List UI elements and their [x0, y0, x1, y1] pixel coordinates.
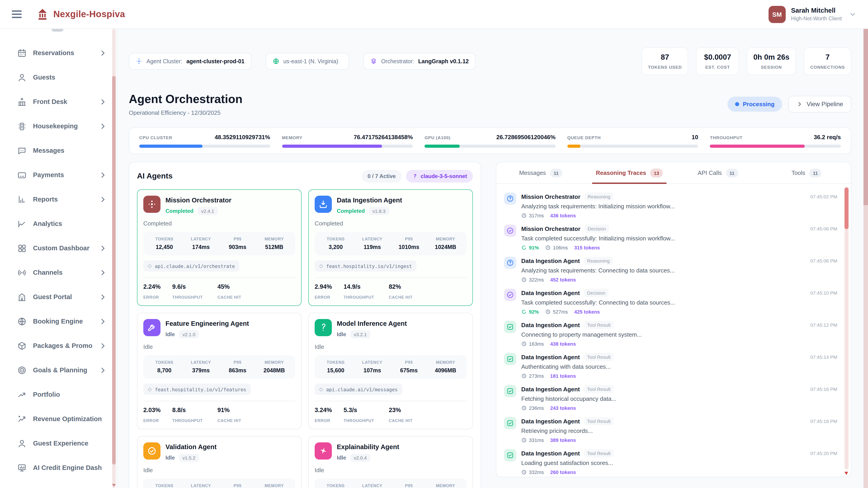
- chevron-right-icon: [98, 195, 107, 204]
- sidebar-item-goals-planning[interactable]: Goals & Planning: [0, 358, 117, 382]
- question-circle-icon: [504, 193, 516, 205]
- metric-gpu: GPU (A100)26.72869506120046%: [425, 134, 555, 148]
- sidebar-item-guests[interactable]: Guests: [0, 65, 117, 90]
- divider: [315, 278, 467, 278]
- trace-type-badge: Tool Result: [584, 385, 614, 393]
- traces-scrollbar-arrow-icon[interactable]: [844, 472, 848, 475]
- window-scrollbar-thumb[interactable]: [864, 29, 868, 205]
- sidebar-item-payments[interactable]: Payments: [0, 163, 117, 187]
- traces-tabs: Messages 11 Reasoning Traces 13 API Call…: [496, 162, 851, 184]
- sidebar-item-reservations[interactable]: Reservations: [0, 41, 117, 65]
- version-badge: v1.5.2: [179, 454, 199, 462]
- sidebar-scrollbar-thumb[interactable]: [112, 76, 116, 464]
- trace-timestamp: 07:45:16 PM: [810, 386, 837, 392]
- clock-icon: [545, 309, 551, 315]
- trace-message: Task completed successfully: Connecting …: [521, 299, 837, 306]
- trace-message: Analyzing task requirements: Initializin…: [521, 203, 837, 210]
- tab-api-calls[interactable]: API Calls 11: [674, 162, 762, 184]
- clock-icon: [545, 245, 551, 250]
- bank-logo-icon: [36, 8, 49, 21]
- view-pipeline-button[interactable]: View Pipeline: [788, 96, 851, 112]
- traces-scrollbar-thumb[interactable]: [844, 188, 848, 229]
- sidebar-item-messages[interactable]: Messages: [0, 138, 117, 163]
- agent-state-text: Completed: [143, 220, 295, 227]
- status-badge[interactable]: Processing: [727, 97, 782, 111]
- agent-card-mission-orchestrator[interactable]: Mission Orchestrator Completed v2.4.1 Co…: [137, 189, 302, 306]
- endpoint-badge: ◇feast.hospitality.io/v1/ingest: [315, 260, 416, 271]
- gauge-icon: [521, 245, 527, 250]
- sidebar-item-guest-experience[interactable]: Guest Experience: [0, 431, 117, 455]
- sidebar-item-booking-engine[interactable]: Booking Engine: [0, 309, 117, 333]
- tab-messages[interactable]: Messages 11: [496, 162, 585, 184]
- cluster-metrics-bar: CPU CLUSTER48.3529110929731% MEMORY76.47…: [129, 127, 851, 154]
- tab-tools[interactable]: Tools 11: [762, 162, 851, 184]
- sidebar-item-ai-credit-engine-dashboard[interactable]: AI Credit Engine Dash: [0, 455, 117, 480]
- context-row: Agent Cluster: agent-cluster-prod-01 us-…: [129, 47, 851, 75]
- package-icon: [17, 341, 27, 350]
- sidebar-item-reports[interactable]: Reports: [0, 187, 117, 212]
- hamburger-menu-icon[interactable]: [12, 10, 22, 18]
- check-circle-icon: [143, 442, 160, 459]
- trace-entry: Data Ingestion AgentDecision07:45:10 PM …: [504, 286, 837, 318]
- sidebar-item-custom-dashboards[interactable]: Custom Dashboar: [0, 236, 117, 260]
- agent-card-model-inference[interactable]: Model Inference Agent Idle v3.2.1 Idle T…: [308, 313, 473, 429]
- app-window: Nexgile-Hospiva SM Sarah Mitchell High-N…: [0, 0, 868, 488]
- title-row: Agent Orchestration Operational Efficien…: [129, 92, 851, 116]
- sidebar-item-analytics[interactable]: Analytics: [0, 212, 117, 236]
- diamond-icon: ◇: [148, 263, 152, 269]
- agent-stats: TOKENS LATENCY P95 MEMORY: [143, 479, 295, 488]
- globe-icon: [272, 58, 279, 65]
- download-icon: [315, 196, 332, 213]
- diamond-icon: ◇: [148, 386, 152, 392]
- session-stats: 87 TOKENS USED $0.0007 EST. COST 0h 0m 2…: [642, 47, 851, 75]
- sidebar-scrollbar[interactable]: [112, 29, 116, 488]
- traces-scrollbar[interactable]: [844, 187, 848, 469]
- sidebar-item-packages-promotions[interactable]: Packages & Promo: [0, 333, 117, 358]
- chevron-right-icon: [797, 101, 802, 107]
- window-scrollbar[interactable]: [864, 29, 868, 488]
- model-badge[interactable]: claude-3-5-sonnet: [406, 170, 473, 183]
- main-content: Agent Cluster: agent-cluster-prod-01 us-…: [118, 29, 868, 488]
- metric-memory: MEMORY76.47175264138458%: [282, 134, 413, 148]
- sidebar-scrollbar-arrow-icon[interactable]: [112, 484, 116, 487]
- check-square-icon: [504, 417, 516, 429]
- diamond-icon: ◇: [319, 263, 323, 269]
- check-circle-icon: [504, 289, 516, 301]
- sidebar-item-revenue-optimization[interactable]: Revenue Optimization: [0, 407, 117, 431]
- version-badge: v2.0.4: [350, 454, 370, 462]
- question-circle-icon: [504, 257, 516, 269]
- monitor-chart-icon: [17, 463, 27, 473]
- tab-count-badge: 13: [650, 168, 663, 177]
- throughput-progress-track: [710, 144, 841, 148]
- sidebar-item-front-desk[interactable]: Front Desk: [0, 90, 117, 114]
- user-role: High-Net-Worth Client: [791, 15, 842, 22]
- trace-timestamp: 07:45:06 PM: [810, 258, 837, 263]
- sidebar-item-portfolio[interactable]: Portfolio: [0, 382, 117, 407]
- agent-card-explainability[interactable]: Explainability Agent Idle v2.0.4 Idle TO…: [308, 436, 473, 488]
- trace-timestamp: 07:45:12 PM: [810, 322, 837, 328]
- user-menu[interactable]: SM Sarah Mitchell High-Net-Worth Client: [768, 6, 856, 23]
- chevron-right-icon: [98, 243, 107, 253]
- memory-progress-track: [282, 144, 413, 148]
- agent-card-validation[interactable]: Validation Agent Idle v1.5.2 Idle TOKENS…: [137, 436, 302, 488]
- clock-icon: [521, 373, 527, 379]
- calendar-icon: [17, 48, 27, 58]
- version-badge: v3.2.1: [350, 330, 370, 338]
- tab-reasoning-traces[interactable]: Reasoning Traces 13: [585, 162, 674, 184]
- token-count: 243 tokens: [550, 405, 576, 411]
- clock-icon: [521, 437, 527, 443]
- agent-stats: TOKENS LATENCY P95 MEMORY: [315, 479, 467, 488]
- agent-card-data-ingestion[interactable]: Data Ingestion Agent Completed v1.8.3 Co…: [308, 189, 473, 306]
- agent-state-text: Idle: [315, 467, 467, 474]
- brand[interactable]: Nexgile-Hospiva: [36, 8, 125, 21]
- diamond-icon: ◇: [319, 386, 323, 392]
- chevron-right-icon: [98, 268, 107, 277]
- region-badge: us-east-1 (N. Virginia): [266, 53, 349, 70]
- sidebar-item-channels[interactable]: Channels: [0, 260, 117, 285]
- sidebar-item-guest-portal[interactable]: Guest Portal: [0, 285, 117, 309]
- trace-list[interactable]: Mission OrchestratorReasoning07:45:02 PM…: [496, 184, 851, 477]
- revenue-trend-icon: [17, 414, 27, 424]
- agent-card-feature-engineering[interactable]: Feature Engineering Agent Idle v2.1.0 Id…: [137, 313, 302, 429]
- housekeeping-icon: [17, 121, 27, 131]
- sidebar-item-housekeeping[interactable]: Housekeeping: [0, 114, 117, 138]
